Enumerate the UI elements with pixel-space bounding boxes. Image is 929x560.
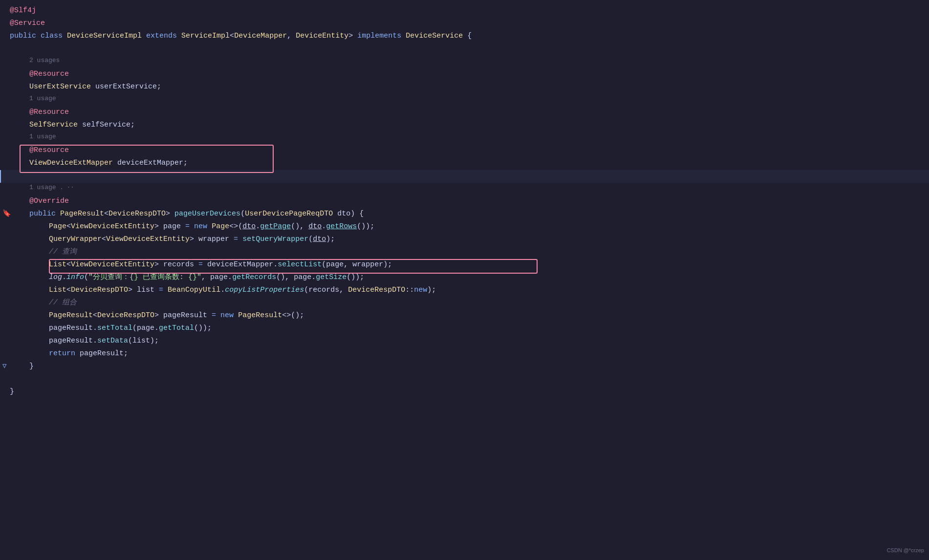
punct: < <box>230 30 234 42</box>
type-user-device-page-req-dto: UserDevicePageReqDTO <box>245 208 333 220</box>
code-line-annotation-override: @Override <box>0 195 929 208</box>
code-editor: @Slf4j @Service public class DeviceServi… <box>0 0 929 404</box>
code-line-annotation-redbox: @Resource <box>0 145 929 157</box>
punct: > <box>154 310 163 322</box>
punct: ( <box>84 272 88 283</box>
class-device-mapper: DeviceMapper <box>234 30 287 42</box>
code-line-usage: 1 usage . ·· <box>0 183 929 195</box>
punct: > <box>128 284 137 296</box>
punct: . <box>228 272 232 283</box>
code-line-annotation: @Resource <box>0 107 929 119</box>
code-line-comment-query: // 查询 <box>0 246 929 259</box>
type-page-result-new: PageResult <box>238 310 282 322</box>
var-list-arg: list <box>132 335 150 347</box>
str-log-msg: "分贝查询：{} 已查询条数: {}" <box>88 272 201 283</box>
var-records-arg: records <box>308 284 339 296</box>
var-page-result-2: pageResult <box>49 323 93 334</box>
punct: > <box>166 208 174 220</box>
type-list-2: List <box>49 284 66 296</box>
punct: (), <box>291 221 308 233</box>
bookmark-icon: 🔖 <box>2 208 11 219</box>
class-device-service-impl: DeviceServiceImpl <box>67 30 146 42</box>
code-line-page-init: Page<ViewDeviceExtEntity> page = new Pag… <box>0 221 929 234</box>
keyword-class: class <box>41 30 67 42</box>
code-line-return: return pageResult; <box>0 348 929 361</box>
method-log-info: info <box>66 272 84 283</box>
type-self-service: SelfService <box>29 119 82 131</box>
type-device-resp-dto: DeviceRespDTO <box>108 208 166 220</box>
keyword-implements: implements <box>357 30 406 42</box>
var-user-ext-service: userExtService <box>95 81 157 93</box>
method-get-page: getPage <box>260 221 291 233</box>
punct: , <box>339 284 348 296</box>
var-device-ext-mapper: deviceExtMapper <box>117 157 183 169</box>
code-line-comment-combine: // 组合 <box>0 297 929 310</box>
punct: < <box>93 310 97 322</box>
code-line-cursor <box>0 170 929 183</box>
code-line-set-data: pageResult.setData(list); <box>0 335 929 348</box>
punct: ; <box>183 157 188 169</box>
type-page-new: Page <box>212 221 229 233</box>
class-bean-copy-util: BeanCopyUtil <box>168 284 220 296</box>
code-line-usage: 1 usage <box>0 132 929 145</box>
annotation-service: @Service <box>10 18 45 29</box>
punct: . <box>322 221 326 233</box>
method-get-total: getTotal <box>159 323 194 334</box>
usage-count-2: 2 usages <box>29 56 60 66</box>
punct: ; <box>157 81 161 93</box>
punct: <>( <box>229 221 242 233</box>
annotation-resource-3: @Resource <box>29 145 69 156</box>
comment-combine: // 组合 <box>49 297 77 309</box>
var-page-records: page <box>210 272 228 283</box>
var-device-ext-mapper: deviceExtMapper <box>207 259 273 271</box>
code-line-annotation: @Resource <box>0 68 929 81</box>
punct: , <box>201 272 210 283</box>
code-line-close-method: ▽ } <box>0 361 929 373</box>
punct: { <box>463 30 472 42</box>
method-set-total: setTotal <box>97 323 132 334</box>
punct: ); <box>150 335 159 347</box>
punct: ); <box>326 234 335 245</box>
punct: <>(); <box>282 310 304 322</box>
code-line-records-init: List<ViewDeviceExtEntity> records = devi… <box>0 259 929 272</box>
var-page-result: pageResult <box>163 310 207 322</box>
var-wrapper-arg: wrapper <box>352 259 383 271</box>
punct: ); <box>383 259 392 271</box>
punct: < <box>104 208 108 220</box>
punct: ( <box>308 234 313 245</box>
type-page: Page <box>49 221 66 233</box>
type-view-device-ext-entity: ViewDeviceExtEntity <box>71 221 154 233</box>
method-get-rows: getRows <box>326 221 357 233</box>
punct: . <box>220 284 225 296</box>
method-set-data: setData <box>97 335 128 347</box>
punct: < <box>66 284 71 296</box>
comment-query: // 查询 <box>49 246 77 258</box>
punct: ) { <box>350 208 364 220</box>
red-box-section-1: @Resource ViewDeviceExtMapper deviceExtM… <box>0 145 929 170</box>
op-assign: = <box>181 221 194 233</box>
method-set-query-wrapper: setQueryWrapper <box>242 234 308 245</box>
code-line-wrapper-init: QueryWrapper<ViewDeviceExtEntity> wrappe… <box>0 234 929 246</box>
type-list: List <box>49 259 66 271</box>
watermark: CSDN @*crzep <box>886 546 924 555</box>
method-select-list: selectList <box>278 259 322 271</box>
keyword-public-method: public <box>29 208 60 220</box>
var-dto-get-page: dto <box>242 221 256 233</box>
op-assign-2: = <box>229 234 242 245</box>
method-page-user-devices: pageUserDevices <box>174 208 240 220</box>
punct: ()); <box>194 323 212 334</box>
var-page: page <box>163 221 181 233</box>
code-line-field-2: SelfService selfService; <box>0 119 929 132</box>
keyword-new-1: new <box>194 221 212 233</box>
method-copy-list-properties: copyListProperties <box>225 284 304 296</box>
annotation-slf4j: @Slf4j <box>10 5 36 17</box>
punct: , <box>344 259 352 271</box>
punct: ; <box>124 348 128 360</box>
var-records: records <box>163 259 194 271</box>
punct: > <box>190 234 198 245</box>
var-list: list <box>137 284 154 296</box>
usage-dot: . ·· <box>60 183 74 193</box>
punct: ; <box>130 119 135 131</box>
class-device-service: DeviceService <box>406 30 463 42</box>
class-device-resp-dto-ref: DeviceRespDTO <box>348 284 405 296</box>
